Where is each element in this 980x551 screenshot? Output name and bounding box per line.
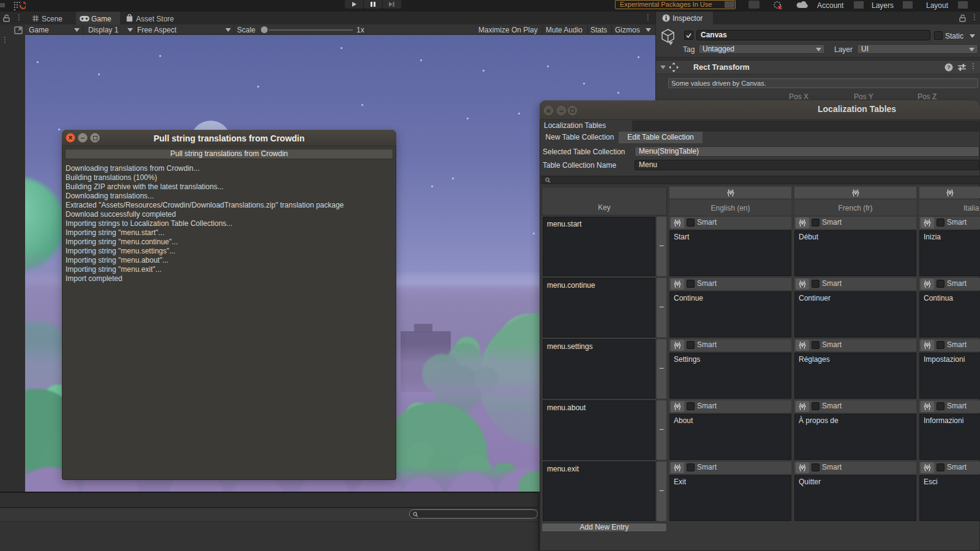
svg-text:?: ?	[947, 64, 951, 70]
